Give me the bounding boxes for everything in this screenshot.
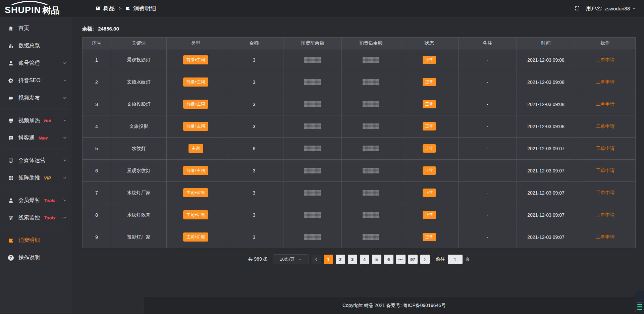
work-order-link[interactable]: 工单申请 — [596, 79, 615, 85]
chevron-down-icon — [63, 78, 67, 83]
sidebar-item-lead-monitor[interactable]: 线索监控 Tools — [0, 209, 72, 226]
sidebar-item-douyin-seo[interactable]: 抖音SEO — [0, 72, 72, 89]
grid-icon — [7, 174, 14, 181]
sidebar-item-video-heat[interactable]: 视频加热 Hot — [0, 112, 72, 129]
chat-icon — [7, 135, 14, 141]
wallet-icon — [125, 6, 130, 11]
cell-remark: - — [459, 226, 517, 248]
cell-balance-after — [342, 138, 400, 160]
sidebar-item-label: 视频加热 — [18, 117, 40, 124]
sidebar-item-label: 线索监控 — [18, 214, 40, 221]
sidebar-item-data-overview[interactable]: 数据总览 — [0, 37, 72, 54]
cell-amount: 3 — [225, 182, 283, 204]
cell-status: 正常 — [400, 115, 459, 138]
logo-arc-icon — [11, 1, 48, 5]
breadcrumb-root[interactable]: 树品 — [103, 5, 115, 12]
more-pages-button[interactable]: ••• — [396, 255, 406, 264]
app-logo: SHUPIN 树品 — [0, 0, 72, 17]
cell-action: 工单申请 — [575, 93, 636, 115]
breadcrumb-current: 消费明细 — [133, 5, 156, 12]
support-widget[interactable] — [635, 291, 644, 312]
work-order-link[interactable]: 工单申请 — [596, 123, 615, 129]
cell-action: 工单申请 — [575, 138, 636, 160]
type-badge: 前缀+主词 — [183, 77, 208, 87]
work-order-link[interactable]: 工单申请 — [596, 190, 615, 195]
cell-status: 正常 — [400, 204, 459, 226]
page-button-6[interactable]: 6 — [384, 255, 393, 264]
page-button-5[interactable]: 5 — [372, 255, 381, 264]
table-row: 6 景观水纹灯 前缀+主词 3 正常 - 2021-12-03 09:07 工单… — [83, 160, 636, 182]
sidebar-item-matrix-boost[interactable]: 矩阵助推 VIP — [0, 169, 72, 187]
table-row: 5 水纹灯 主词 6 正常 - 2021-12-03 09:07 工单申请 — [83, 138, 636, 160]
col-keyword: 关键词 — [111, 38, 167, 49]
col-amount: 金额 — [225, 38, 283, 49]
cell-time: 2021-12-03 09:07 — [517, 160, 575, 182]
main-area: 树品 > 消费明细 用户名: zswodun88 余额: 24856.00 — [72, 0, 644, 314]
chevron-down-icon — [63, 198, 67, 202]
sidebar-item-consumption-detail[interactable]: 消费明细 — [0, 231, 72, 249]
work-order-link[interactable]: 工单申请 — [596, 57, 615, 62]
work-order-link[interactable]: 工单申请 — [596, 212, 615, 217]
hot-badge: Hot — [44, 118, 51, 123]
sidebar-item-home[interactable]: 首页 — [0, 19, 72, 37]
work-order-link[interactable]: 工单申请 — [596, 146, 615, 151]
next-page-button[interactable] — [420, 255, 430, 264]
content: 余额: 24856.00 序号 关键词 类型 金额 扣费前余额 扣费后余额 — [72, 17, 644, 264]
cell-type: 前缀+主词 — [167, 160, 225, 182]
blurred-value — [363, 168, 379, 173]
cell-index: 7 — [83, 182, 111, 204]
cell-status: 正常 — [400, 160, 459, 182]
sidebar-item-media-operation[interactable]: 全媒体运营 — [0, 152, 72, 169]
cell-keyword: 水纹灯厂家 — [111, 182, 167, 204]
sidebar-divider — [3, 149, 69, 149]
user-icon — [7, 197, 14, 204]
work-order-link[interactable]: 工单申请 — [596, 168, 615, 173]
tools-badge: Tools — [44, 215, 55, 220]
widget-bar — [637, 303, 642, 303]
page-button-1[interactable]: 1 — [324, 255, 333, 264]
chevron-down-icon — [63, 118, 67, 122]
cell-action: 工单申请 — [575, 115, 636, 138]
cell-index: 3 — [83, 93, 111, 115]
page-button-4[interactable]: 4 — [360, 255, 369, 264]
sidebar-item-instructions[interactable]: 操作说明 — [0, 249, 72, 266]
cell-balance-before — [283, 226, 342, 248]
page-button-97[interactable]: 97 — [408, 255, 418, 264]
balance: 余额: 24856.00 — [82, 26, 636, 32]
question-circle-icon — [7, 254, 14, 261]
cell-remark: - — [459, 160, 517, 182]
page-button-3[interactable]: 3 — [348, 255, 357, 264]
work-order-link[interactable]: 工单申请 — [596, 101, 615, 107]
sidebar-divider — [3, 109, 69, 109]
page-button-2[interactable]: 2 — [336, 255, 345, 264]
sidebar-item-video-publish[interactable]: 视频发布 — [0, 89, 72, 107]
username-value: zswodun88 — [604, 6, 630, 11]
blurred-value — [304, 168, 321, 173]
goto-page-input[interactable] — [448, 255, 463, 264]
footer: Copyright 树品 2021 备案号: 粤ICP备09019646号 — [144, 297, 644, 314]
cell-remark: - — [459, 49, 517, 71]
cell-time: 2021-12-03 09:08 — [517, 93, 575, 115]
user-menu[interactable]: 用户名: zswodun88 — [586, 5, 636, 12]
work-order-link[interactable]: 工单申请 — [596, 234, 615, 240]
sidebar-item-douketong[interactable]: 抖客通 New — [0, 129, 72, 147]
cell-balance-after — [342, 93, 400, 115]
cell-time: 2021-12-03 09:07 — [517, 138, 575, 160]
cell-type: 主词 — [167, 138, 225, 160]
col-time: 时间 — [517, 38, 575, 49]
cell-status: 正常 — [400, 93, 459, 115]
cell-amount: 3 — [225, 115, 283, 138]
widget-bar — [637, 306, 642, 307]
sidebar-item-account[interactable]: 账号管理 — [0, 54, 72, 72]
page-size-select[interactable]: 10条/页 — [273, 254, 309, 264]
chevron-down-icon — [63, 96, 67, 100]
prev-page-button[interactable] — [312, 255, 321, 264]
vip-badge: VIP — [44, 175, 51, 180]
type-badge: 前缀+主词 — [183, 55, 208, 64]
col-status: 状态 — [400, 38, 459, 49]
fullscreen-icon[interactable] — [575, 6, 580, 11]
col-remark: 备注 — [459, 38, 517, 49]
sidebar-item-label: 消费明细 — [18, 237, 40, 244]
sidebar: SHUPIN 树品 首页 数据总览 账号管理 抖音SEO — [0, 0, 72, 314]
sidebar-item-member-burst[interactable]: 会员爆客 Tools — [0, 192, 72, 209]
